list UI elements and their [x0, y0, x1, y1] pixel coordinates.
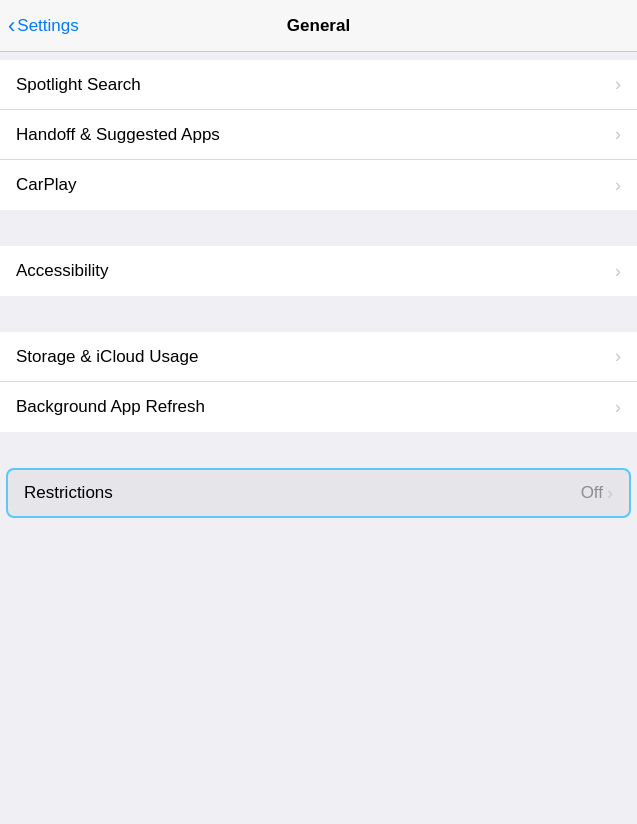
page-title: General — [287, 16, 350, 36]
storage-row[interactable]: Storage & iCloud Usage › — [0, 332, 637, 382]
accessibility-chevron-icon: › — [615, 261, 621, 282]
carplay-row[interactable]: CarPlay › — [0, 160, 637, 210]
accessibility-right: › — [615, 261, 621, 282]
group-accessibility: Accessibility › — [0, 246, 637, 296]
handoff-right: › — [615, 124, 621, 145]
navigation-bar: ‹ Settings General — [0, 0, 637, 52]
section-spacer-3 — [0, 432, 637, 468]
storage-right: › — [615, 346, 621, 367]
back-label: Settings — [17, 16, 78, 36]
carplay-label: CarPlay — [16, 175, 76, 195]
accessibility-row[interactable]: Accessibility › — [0, 246, 637, 296]
group-first: Spotlight Search › Handoff & Suggested A… — [0, 60, 637, 210]
background-refresh-label: Background App Refresh — [16, 397, 205, 417]
background-refresh-row[interactable]: Background App Refresh › — [0, 382, 637, 432]
spotlight-search-right: › — [615, 74, 621, 95]
bottom-spacer — [0, 518, 637, 538]
carplay-right: › — [615, 175, 621, 196]
restrictions-row[interactable]: Restrictions Off › — [6, 468, 631, 518]
restrictions-value: Off — [581, 483, 603, 503]
back-chevron-icon: ‹ — [8, 13, 15, 39]
accessibility-label: Accessibility — [16, 261, 109, 281]
handoff-chevron-icon: › — [615, 124, 621, 145]
restrictions-chevron-icon: › — [607, 483, 613, 504]
storage-chevron-icon: › — [615, 346, 621, 367]
top-spacer — [0, 52, 637, 60]
spotlight-search-row[interactable]: Spotlight Search › — [0, 60, 637, 110]
restrictions-label: Restrictions — [24, 483, 113, 503]
carplay-chevron-icon: › — [615, 175, 621, 196]
section-spacer-1 — [0, 210, 637, 246]
handoff-label: Handoff & Suggested Apps — [16, 125, 220, 145]
restrictions-right: Off › — [581, 483, 613, 504]
background-refresh-right: › — [615, 397, 621, 418]
section-spacer-2 — [0, 296, 637, 332]
background-refresh-chevron-icon: › — [615, 397, 621, 418]
spotlight-search-chevron-icon: › — [615, 74, 621, 95]
handoff-row[interactable]: Handoff & Suggested Apps › — [0, 110, 637, 160]
storage-label: Storage & iCloud Usage — [16, 347, 198, 367]
group-storage: Storage & iCloud Usage › Background App … — [0, 332, 637, 432]
spotlight-search-label: Spotlight Search — [16, 75, 141, 95]
back-button[interactable]: ‹ Settings — [8, 13, 79, 39]
